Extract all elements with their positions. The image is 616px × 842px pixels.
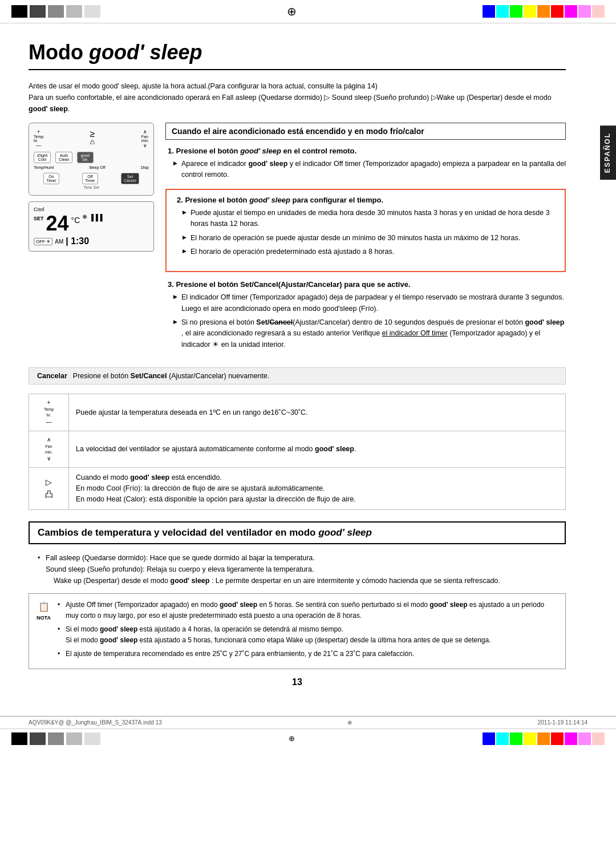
- bottom-block-2: [30, 732, 46, 745]
- airflow-desc-1: Cuando el modo good' sleep está encendid…: [76, 472, 558, 483]
- feature-row-2: ∧ Fanmin. ∨ La velocidad del ventilador …: [29, 431, 566, 468]
- step-3-bullet-2: Si no presiona el botón Set/Cancel(Ajust…: [173, 317, 566, 350]
- bottom-stripe-9: [592, 732, 605, 745]
- español-tab: ESPAÑOL: [600, 126, 616, 180]
- temp-humi-label: Temp/Humi: [34, 165, 54, 169]
- note-item-2: Si el modo good' sleep está ajustado a 4…: [58, 624, 557, 646]
- section-heading: Cuando el aire acondicionado está encend…: [165, 123, 566, 140]
- note-label-area: 📋 NOTA: [34, 600, 54, 622]
- step-1-title: 1. Presione el botón good' sleep en el c…: [168, 147, 566, 155]
- set-cancel-btn[interactable]: SetCancel: [121, 173, 139, 184]
- stripe-blue: [483, 5, 495, 18]
- step-2-bullets: Puede ajustar el tiempo en unidades de m…: [177, 208, 557, 258]
- right-column: Cuando el aire acondicionado está encend…: [165, 123, 566, 358]
- fan-down-icon: ∨: [36, 455, 62, 463]
- am-label: AM: [55, 238, 63, 245]
- note-icon: 📋: [34, 600, 54, 614]
- changes-list: Fall asleep (Quedarse dormido): Hace que…: [29, 552, 566, 586]
- sidebar-tab-label: ESPAÑOL: [603, 132, 611, 173]
- step-3-bullet-1: El indicador Off timer (Temporizador apa…: [173, 292, 566, 314]
- set-label: SET: [34, 216, 44, 221]
- fan-label: 凸: [90, 139, 95, 145]
- bottom-block-5: [84, 732, 100, 745]
- airflow-desc-3: En modo Heat (Calor): está disponible la…: [76, 494, 558, 505]
- step-1: 1. Presione el botón good' sleep en el c…: [165, 147, 566, 181]
- footer-compass: ⊕: [347, 719, 352, 726]
- remote-control-illustration: + Temphr. — ≥ 凸 ∧ Fanmin. ∨ d'li: [29, 123, 154, 196]
- time-display: | 1:30: [66, 236, 89, 246]
- fan-icon-cell: ∧ Fanmin. ∨: [29, 431, 69, 468]
- feature-table: + Temphr. — Puede ajustar la temperatura…: [29, 394, 566, 509]
- bottom-stripe-7: [565, 732, 577, 745]
- bottom-compass-icon: ⊕: [289, 734, 295, 743]
- feature-row-1: + Temphr. — Puede ajustar la temperatura…: [29, 394, 566, 431]
- remote-timer-row: OnTimer OffTimer SetCancel: [34, 173, 149, 184]
- top-bar: ⊕: [0, 0, 616, 23]
- temp-minus: —: [36, 143, 41, 148]
- cancel-text: Presione el botón Set/Cancel (Ajustar/Ca…: [73, 372, 270, 380]
- temp-description: Puede ajustar la temperatura deseada en …: [76, 408, 308, 416]
- disp-label: Disp: [141, 165, 149, 169]
- fan-description-cell: La velocidad del ventilador se ajustará …: [69, 431, 566, 468]
- step-3: 3. Presione el botón Set/Cancel(Ajustar/…: [165, 280, 566, 350]
- bottom-stripe-6: [551, 732, 564, 745]
- note-box: 📋 NOTA Ajuste Off timer (Temporizador ap…: [29, 593, 566, 669]
- step-3-bullets: El indicador Off timer (Temporizador apa…: [168, 292, 566, 350]
- bottom-stripe-2: [496, 732, 509, 745]
- main-content: Modo good' sleep Antes de usar el modo g…: [0, 23, 600, 710]
- fan-up: ∧: [143, 129, 147, 135]
- page-footer: AQV09K&Y@ @_Jungfrau_IBIM_S_32437A.indd …: [0, 716, 616, 728]
- bottom-color-blocks: [11, 732, 100, 745]
- good-sleep-btn[interactable]: good'sle.: [77, 152, 94, 163]
- airflow-btn-icons: ▷ 凸: [36, 476, 62, 500]
- bottom-stripe-3: [510, 732, 522, 745]
- auto-clean-btn: AutoClean: [55, 152, 72, 163]
- airflow-icon-1: ▷: [36, 476, 62, 488]
- bottom-stripe-1: [483, 732, 495, 745]
- footer-right: 2011-1-19 11:14:14: [538, 719, 587, 726]
- compass-center: ⊕: [100, 5, 483, 18]
- footer-left: AQV09K&Y@ @_Jungfrau_IBIM_S_32437A.indd …: [29, 719, 162, 726]
- airflow-description-cell: Cuando el modo good' sleep está encendid…: [69, 468, 566, 509]
- left-column: + Temphr. — ≥ 凸 ∧ Fanmin. ∨ d'li: [29, 123, 154, 358]
- nota-text: NOTA: [34, 614, 54, 622]
- two-col-layout: + Temphr. — ≥ 凸 ∧ Fanmin. ∨ d'li: [29, 123, 566, 358]
- temp-label-icon: Temphr.: [36, 407, 62, 418]
- time-set-label: Time Set: [34, 185, 149, 189]
- intro-line-2: Para un sueño confortable, el aire acond…: [29, 92, 566, 115]
- note-items: Ajuste Off timer (Temporizador apagado) …: [58, 600, 557, 660]
- color-block-1: [11, 5, 27, 18]
- color-block-4: [66, 5, 82, 18]
- page-number: 13: [29, 677, 566, 687]
- intro-text: Antes de usar el modo good' sleep, ajust…: [29, 80, 566, 115]
- temp-btn-icon: + Temphr. —: [36, 399, 62, 426]
- step-2: 2. Presione el botón good' sleep para co…: [175, 196, 557, 258]
- fan-min-label: Fanmin.: [141, 135, 149, 143]
- bottom-block-3: [48, 732, 64, 745]
- color-block-2: [30, 5, 46, 18]
- step-2-bullet-1: Puede ajustar el tiempo en unidades de m…: [183, 208, 557, 230]
- step-3-title: 3. Presione el botón Set/Cancel(Ajustar/…: [168, 280, 566, 289]
- step-1-number: 1.: [168, 147, 176, 155]
- step-2-highlight: 2. Presione el botón good' sleep para co…: [165, 189, 566, 273]
- temperature-value: 24: [46, 213, 69, 234]
- airflow-desc-2: En modo Cool (Frío): la dirección de flu…: [76, 483, 558, 494]
- color-block-5: [84, 5, 100, 18]
- note-item-3: El ajuste de temperatura recomendado es …: [58, 649, 557, 659]
- dlight-cool-btn: d'lightCool: [34, 152, 51, 163]
- bottom-bar: ⊕: [0, 728, 616, 748]
- off-timer-btn[interactable]: OffTimer: [82, 173, 98, 184]
- cancel-note: Cancelar Presione el botón Set/Cancel (A…: [29, 367, 566, 384]
- airflow-icon-cell: ▷ 凸: [29, 468, 69, 509]
- stripe-red: [551, 5, 564, 18]
- temp-plus: +: [37, 129, 40, 135]
- remote-control-row: Temp/Humi Beep Off Disp: [34, 165, 149, 169]
- note-item-1: Ajuste Off timer (Temporizador apagado) …: [58, 600, 557, 621]
- degree-symbol: °C: [71, 216, 80, 225]
- off-indicator: OFF ☀: [34, 238, 52, 245]
- bottom-stripe-5: [537, 732, 550, 745]
- on-timer-btn[interactable]: OnTimer: [43, 173, 59, 184]
- step-2-title: 2. Presione el botón good' sleep para co…: [177, 196, 557, 204]
- stripe-orange: [537, 5, 550, 18]
- big-section-heading: Cambios de temperatura y velocidad del v…: [29, 521, 566, 544]
